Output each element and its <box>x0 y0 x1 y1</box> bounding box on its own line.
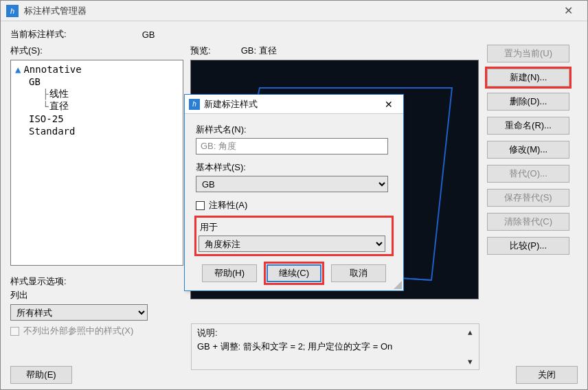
display-options-label: 样式显示选项: <box>10 275 183 288</box>
close-button[interactable]: 关闭 <box>516 366 578 384</box>
styles-tree[interactable]: ▲Annotative GB ├线性 └直径 ISO-25 Standard <box>10 60 183 266</box>
tree-item-linear[interactable]: ├线性 <box>15 88 179 100</box>
override-button[interactable]: 替代(O)... <box>487 165 569 183</box>
base-style-label: 基本样式(S): <box>196 161 392 174</box>
annotative-label: 注释性(A) <box>209 199 247 211</box>
help-button[interactable]: 帮助(E) <box>10 366 72 384</box>
used-for-select[interactable]: 角度标注 <box>199 236 385 252</box>
used-for-label: 用于 <box>200 221 392 233</box>
tree-item-annotative[interactable]: ▲Annotative <box>15 63 179 76</box>
tree-item-iso25[interactable]: ISO-25 <box>15 113 179 125</box>
dialog-continue-button[interactable]: 继续(C) <box>267 264 321 282</box>
tree-item-diameter[interactable]: └直径 <box>15 100 179 113</box>
preview-value: GB: 直径 <box>241 45 277 57</box>
new-style-dialog: h 新建标注样式 ✕ 新样式名(N): 基本样式(S): GB 注释性(A) 用… <box>184 94 404 291</box>
set-current-button[interactable]: 置为当前(U) <box>487 45 569 62</box>
close-icon[interactable]: ✕ <box>554 1 582 21</box>
list-combo[interactable]: 所有样式 <box>10 304 148 321</box>
preview-label: 预览: <box>190 45 211 57</box>
base-style-select[interactable]: GB <box>196 176 388 192</box>
new-name-label: 新样式名(N): <box>196 124 392 136</box>
resize-grip-icon[interactable] <box>394 281 402 289</box>
dialog-close-icon[interactable]: ✕ <box>378 99 399 110</box>
delete-button[interactable]: 删除(D)... <box>487 93 569 111</box>
annotative-checkbox[interactable] <box>196 201 205 210</box>
dialog-cancel-button[interactable]: 取消 <box>331 264 386 282</box>
xref-checkbox-label: 不列出外部参照中的样式(X) <box>23 325 133 337</box>
dialog-app-icon: h <box>189 99 200 110</box>
tree-item-gb[interactable]: GB <box>15 76 179 88</box>
current-style-value: GB <box>142 30 155 40</box>
compare-button[interactable]: 比较(P)... <box>487 237 569 255</box>
save-override-button[interactable]: 保存替代(S) <box>487 189 569 207</box>
scroll-down-icon[interactable]: ▾ <box>465 356 475 367</box>
title-bar: h 标注样式管理器 ✕ <box>1 1 587 21</box>
dialog-title: 新建标注样式 <box>204 98 378 111</box>
dialog-titlebar: h 新建标注样式 ✕ <box>185 95 403 114</box>
description-label: 说明: <box>197 327 473 339</box>
dialog-help-button[interactable]: 帮助(H) <box>202 264 257 282</box>
new-name-input[interactable] <box>196 138 388 154</box>
styles-label: 样式(S): <box>10 45 183 57</box>
new-button[interactable]: 新建(N)... <box>487 69 569 87</box>
tree-item-standard[interactable]: Standard <box>15 125 179 137</box>
window-title: 标注样式管理器 <box>24 5 554 17</box>
clear-override-button[interactable]: 清除替代(C) <box>487 213 569 231</box>
xref-checkbox[interactable] <box>10 327 19 336</box>
scroll-up-icon[interactable]: ▴ <box>465 327 475 337</box>
description-text: GB + 调整: 箭头和文字 = 2; 用户定位的文字 = On <box>197 341 392 353</box>
rename-button[interactable]: 重命名(R)... <box>487 117 569 135</box>
current-style-label: 当前标注样式: <box>10 28 67 41</box>
modify-button[interactable]: 修改(M)... <box>487 141 569 159</box>
description-box: 说明: GB + 调整: 箭头和文字 = 2; 用户定位的文字 = On ▴ ▾ <box>191 323 479 370</box>
app-icon: h <box>6 5 19 17</box>
list-label: 列出 <box>10 289 183 301</box>
